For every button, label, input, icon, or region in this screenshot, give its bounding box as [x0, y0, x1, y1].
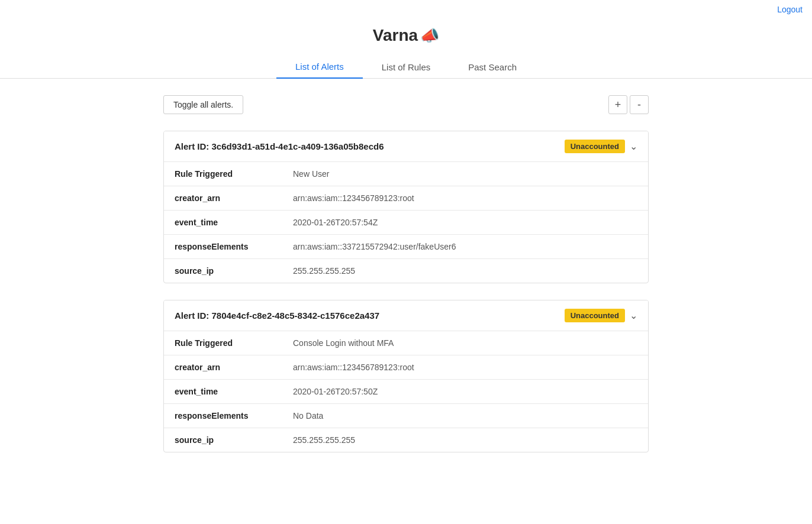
field-key-2-4: source_ip — [164, 428, 282, 452]
tab-list-of-alerts[interactable]: List of Alerts — [276, 56, 363, 79]
alert-card-1: Alert ID: 3c6d93d1-a51d-4e1c-a409-136a05… — [163, 131, 649, 283]
field-key-1-1: creator_arn — [164, 186, 282, 211]
field-value-1-0: New User — [282, 162, 648, 186]
field-value-1-1: arn:aws:iam::123456789123:root — [282, 186, 648, 211]
alert-id-1: Alert ID: 3c6d93d1-a51d-4e1c-a409-136a05… — [175, 141, 384, 151]
field-value-2-1: arn:aws:iam::123456789123:root — [282, 355, 648, 380]
field-value-1-3: arn:aws:iam::337215572942:user/fakeUser6 — [282, 235, 648, 259]
alert-header-2: Alert ID: 7804e4cf-c8e2-48c5-8342-c1576c… — [164, 300, 648, 331]
field-value-2-2: 2020-01-26T20:57:50Z — [282, 380, 648, 404]
field-value-2-3: No Data — [282, 404, 648, 428]
field-key-2-2: event_time — [164, 380, 282, 404]
table-row: Rule TriggeredNew User — [164, 162, 648, 186]
table-row: responseElementsNo Data — [164, 404, 648, 428]
zoom-out-button[interactable]: - — [630, 95, 649, 114]
alert-header-right-2: Unaccounted⌄ — [565, 309, 637, 322]
field-key-2-1: creator_arn — [164, 355, 282, 380]
header: Varna📣 List of Alerts List of Rules Past… — [0, 14, 812, 79]
tab-list-of-rules[interactable]: List of Rules — [363, 56, 450, 78]
megaphone-icon: 📣 — [420, 27, 439, 45]
zoom-in-button[interactable]: + — [608, 95, 627, 114]
field-value-1-2: 2020-01-26T20:57:54Z — [282, 211, 648, 235]
top-bar: Logout — [0, 0, 812, 14]
alert-card-2: Alert ID: 7804e4cf-c8e2-48c5-8342-c1576c… — [163, 300, 649, 452]
main-content: Toggle all alerts. + - Alert ID: 3c6d93d… — [152, 79, 660, 486]
field-value-2-4: 255.255.255.255 — [282, 428, 648, 452]
status-badge-1[interactable]: Unaccounted — [565, 140, 625, 153]
field-key-1-0: Rule Triggered — [164, 162, 282, 186]
field-key-1-3: responseElements — [164, 235, 282, 259]
field-key-1-4: source_ip — [164, 259, 282, 283]
tab-past-search[interactable]: Past Search — [449, 56, 536, 78]
chevron-down-icon-1[interactable]: ⌄ — [630, 141, 637, 152]
app-name: Varna — [373, 26, 418, 45]
alert-table-1: Rule TriggeredNew Usercreator_arnarn:aws… — [164, 161, 648, 283]
tab-bar: List of Alerts List of Rules Past Search — [0, 56, 812, 79]
chevron-down-icon-2[interactable]: ⌄ — [630, 310, 637, 321]
field-key-2-3: responseElements — [164, 404, 282, 428]
table-row: creator_arnarn:aws:iam::123456789123:roo… — [164, 186, 648, 211]
alert-table-2: Rule TriggeredConsole Login without MFAc… — [164, 331, 648, 452]
toggle-all-alerts-button[interactable]: Toggle all alerts. — [163, 95, 243, 114]
table-row: Rule TriggeredConsole Login without MFA — [164, 331, 648, 355]
field-value-1-4: 255.255.255.255 — [282, 259, 648, 283]
alert-header-1: Alert ID: 3c6d93d1-a51d-4e1c-a409-136a05… — [164, 131, 648, 161]
toolbar: Toggle all alerts. + - — [163, 95, 649, 114]
field-key-1-2: event_time — [164, 211, 282, 235]
table-row: source_ip255.255.255.255 — [164, 259, 648, 283]
app-logo: Varna📣 — [373, 26, 439, 45]
logout-link[interactable]: Logout — [777, 5, 803, 14]
field-value-2-0: Console Login without MFA — [282, 331, 648, 355]
alert-id-2: Alert ID: 7804e4cf-c8e2-48c5-8342-c1576c… — [175, 310, 379, 321]
table-row: creator_arnarn:aws:iam::123456789123:roo… — [164, 355, 648, 380]
table-row: event_time2020-01-26T20:57:54Z — [164, 211, 648, 235]
table-row: responseElementsarn:aws:iam::33721557294… — [164, 235, 648, 259]
alerts-container: Alert ID: 3c6d93d1-a51d-4e1c-a409-136a05… — [163, 131, 649, 452]
table-row: source_ip255.255.255.255 — [164, 428, 648, 452]
zoom-controls: + - — [608, 95, 649, 114]
status-badge-2[interactable]: Unaccounted — [565, 309, 625, 322]
table-row: event_time2020-01-26T20:57:50Z — [164, 380, 648, 404]
alert-header-right-1: Unaccounted⌄ — [565, 140, 637, 153]
field-key-2-0: Rule Triggered — [164, 331, 282, 355]
